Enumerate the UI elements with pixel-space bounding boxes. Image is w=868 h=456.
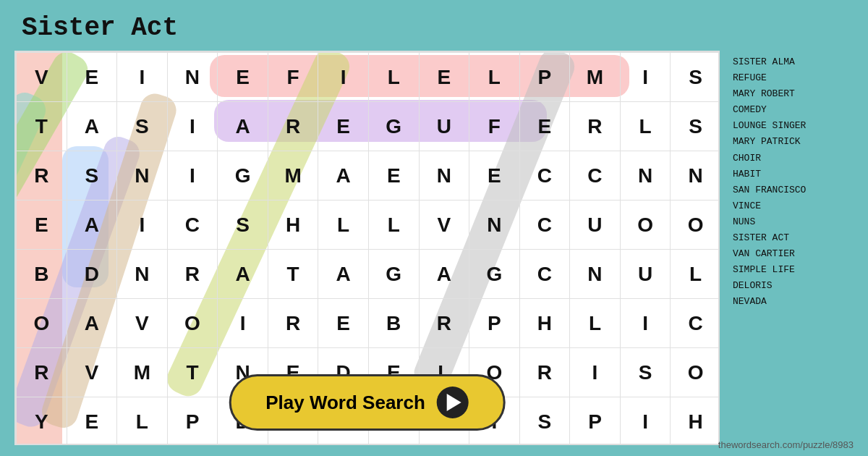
word-list-item: MARY ROBERT (733, 86, 855, 102)
cell: S (620, 348, 671, 397)
cell: E (318, 299, 369, 348)
cell: C (167, 200, 218, 250)
cell: H (268, 200, 318, 250)
cell: I (167, 102, 218, 151)
cell: N (570, 250, 621, 299)
cell: E (67, 53, 117, 102)
cell: L (368, 53, 419, 102)
cell: I (117, 200, 168, 250)
page-title: Sister Act (22, 13, 178, 43)
cell: R (17, 151, 67, 200)
cell: I (620, 53, 671, 102)
cell: R (570, 102, 621, 151)
cell: R (268, 102, 318, 151)
cell: I (620, 397, 671, 446)
cell: H (519, 299, 570, 348)
cell: N (117, 151, 168, 200)
cell: R (167, 250, 218, 299)
cell: I (167, 151, 218, 200)
word-list-item: SAN FRANCISCO (733, 182, 855, 198)
word-list-item: NEVADA (733, 294, 855, 310)
cell: G (469, 250, 520, 299)
cell: C (519, 250, 570, 299)
word-list-item: HABIT (733, 166, 855, 182)
cell: L (570, 299, 621, 348)
cell: V (117, 299, 168, 348)
attribution-text: thewordsearch.com/puzzle/8983 (718, 439, 854, 450)
cell: E (17, 200, 67, 250)
play-word-search-button[interactable]: Play Word Search (229, 374, 506, 431)
cell: E (519, 102, 570, 151)
cell: I (117, 53, 168, 102)
cell: O (17, 299, 67, 348)
cell: U (570, 200, 621, 250)
cell: L (671, 250, 720, 299)
cell: G (368, 250, 419, 299)
cell: E (368, 151, 419, 200)
cell: N (671, 151, 720, 200)
cell: G (218, 151, 268, 200)
cell: L (318, 200, 369, 250)
cell: R (519, 348, 570, 397)
cell: V (17, 53, 67, 102)
word-list-item: REFUGE (733, 70, 855, 86)
cell: L (117, 397, 168, 446)
cell: R (419, 299, 469, 348)
cell: E (218, 53, 268, 102)
cell: O (671, 348, 720, 397)
word-list-item: SIMPLE LIFE (733, 262, 855, 278)
cell: D (67, 250, 117, 299)
cell: A (318, 151, 369, 200)
cell: S (67, 151, 117, 200)
cell: L (368, 200, 419, 250)
word-list-item: SISTER ACT (733, 230, 855, 246)
cell: F (268, 53, 318, 102)
cell: M (117, 348, 168, 397)
cell: A (419, 250, 469, 299)
cell: N (167, 53, 218, 102)
cell: L (469, 53, 520, 102)
cell: I (218, 299, 268, 348)
cell: E (67, 397, 117, 446)
cell: H (671, 397, 720, 446)
cell: R (268, 299, 318, 348)
cell: S (671, 102, 720, 151)
cell: P (570, 397, 621, 446)
cell: I (318, 53, 369, 102)
cell: A (67, 200, 117, 250)
cell: O (167, 299, 218, 348)
cell: E (318, 102, 369, 151)
cell: P (167, 397, 218, 446)
word-list-item: VAN CARTIER (733, 246, 855, 262)
cell: L (620, 102, 671, 151)
word-list-item: MARY PATRICK (733, 134, 855, 150)
cell: P (519, 53, 570, 102)
cell: G (368, 102, 419, 151)
cell: R (17, 348, 67, 397)
cell: S (117, 102, 168, 151)
cell: B (368, 299, 419, 348)
cell: A (67, 299, 117, 348)
cell: P (469, 299, 520, 348)
cell: A (218, 250, 268, 299)
word-list-item: SISTER ALMA (733, 54, 855, 70)
cell: T (167, 348, 218, 397)
cell: C (519, 151, 570, 200)
word-list-item: CHOIR (733, 151, 855, 166)
cell: F (469, 102, 520, 151)
word-list-item: NUNS (733, 214, 855, 230)
cell: B (17, 250, 67, 299)
cell: E (469, 151, 520, 200)
cell: A (67, 102, 117, 151)
cell: C (519, 200, 570, 250)
cell: E (419, 53, 469, 102)
cell: S (519, 397, 570, 446)
word-search-grid: V E I N E F I L E L P M I S T A S I A (14, 51, 720, 445)
cell: N (117, 250, 168, 299)
word-list-item: VINCE (733, 198, 855, 214)
play-icon (437, 387, 469, 418)
cell: C (570, 151, 621, 200)
cell: Y (17, 397, 67, 446)
cell: S (671, 53, 720, 102)
cell: O (620, 200, 671, 250)
